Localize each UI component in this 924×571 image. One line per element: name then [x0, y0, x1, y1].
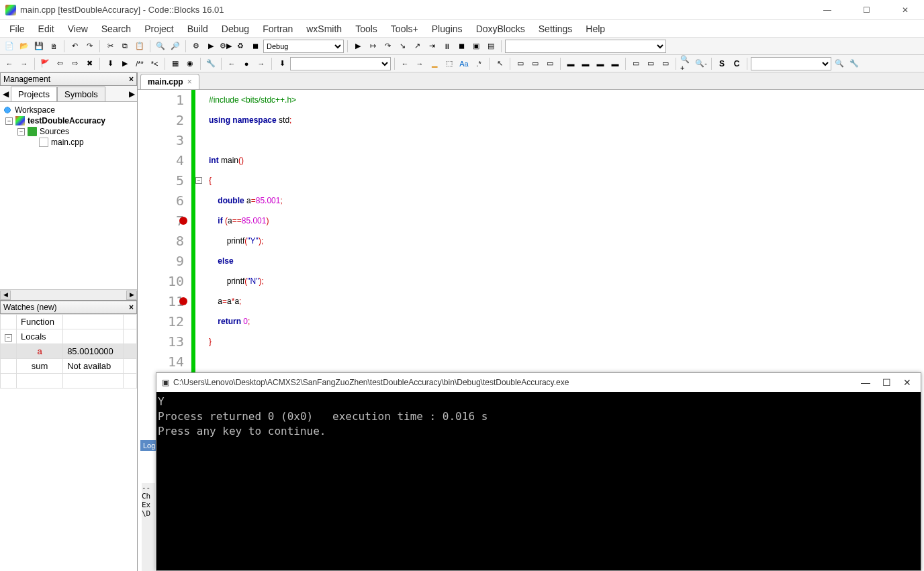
open-file-icon[interactable]: 📂 — [17, 40, 31, 53]
console-min-icon[interactable]: — — [857, 377, 874, 388]
breakpoint-icon[interactable] — [179, 217, 187, 225]
scroll-right-icon[interactable]: ▶ — [126, 291, 137, 300]
line-number[interactable]: 3 — [138, 130, 191, 150]
code-line[interactable]: double a=85.001; — [209, 191, 296, 211]
debugger-combo[interactable] — [505, 40, 666, 53]
line-number[interactable]: 10 — [138, 271, 191, 291]
code-line[interactable]: { — [209, 170, 296, 191]
bookmark-prev-icon[interactable]: ⇦ — [53, 57, 66, 70]
line-number[interactable]: 13 — [138, 331, 191, 352]
step-over-icon[interactable]: ↷ — [381, 40, 394, 53]
arrow-down-icon[interactable]: ⬇ — [275, 57, 289, 70]
menu-plugins[interactable]: Plugins — [425, 21, 469, 36]
save-all-icon[interactable]: 🗎 — [47, 40, 60, 53]
line-number[interactable]: 14 — [138, 352, 191, 372]
comment2-icon[interactable]: *< — [148, 57, 161, 70]
line-number[interactable]: 12 — [138, 311, 191, 331]
breakpoint-icon[interactable] — [179, 297, 187, 305]
code-line[interactable] — [209, 130, 296, 150]
wx10-icon[interactable]: ▭ — [659, 57, 672, 70]
menu-project[interactable]: Project — [138, 21, 181, 36]
wx6-icon[interactable]: ▬ — [594, 57, 607, 70]
highlight-icon[interactable]: ▁ — [428, 57, 441, 70]
debug-window-icon[interactable]: ▣ — [469, 40, 483, 53]
wx2-icon[interactable]: ▭ — [528, 57, 542, 70]
step-into-icon[interactable]: ↘ — [396, 40, 409, 53]
tab-symbols[interactable]: Symbols — [57, 87, 105, 101]
nav-l-icon[interactable]: ← — [398, 57, 412, 70]
code-line[interactable]: return 0; — [209, 311, 296, 331]
menu-build[interactable]: Build — [181, 21, 215, 36]
copy-icon[interactable]: ⧉ — [118, 40, 132, 53]
search-combo[interactable] — [751, 57, 831, 70]
maximize-button[interactable]: ☐ — [853, 3, 880, 17]
code-line[interactable]: #include <bits/stdc++.h> — [209, 90, 296, 110]
nav-back-icon[interactable]: ← — [225, 57, 238, 70]
wx8-icon[interactable]: ▭ — [629, 57, 643, 70]
line-number[interactable]: 6 — [138, 191, 191, 211]
s-icon[interactable]: S — [715, 57, 729, 70]
aa-icon[interactable]: Aa — [457, 57, 471, 70]
management-close-icon[interactable]: × — [129, 74, 134, 84]
tool1-icon[interactable]: ▦ — [169, 57, 182, 70]
sources-label[interactable]: Sources — [40, 127, 69, 136]
tab-projects[interactable]: Projects — [11, 87, 57, 101]
jump-combo[interactable] — [290, 57, 391, 70]
tree-scrollbar[interactable]: ◀ ▶ — [0, 289, 137, 300]
save-icon[interactable]: 💾 — [32, 40, 46, 53]
abort-icon[interactable]: ◼ — [248, 40, 262, 53]
line-number[interactable]: 5 — [138, 170, 191, 191]
menu-debug[interactable]: Debug — [215, 21, 256, 36]
menu-settings[interactable]: Settings — [532, 21, 580, 36]
wx3-icon[interactable]: ▭ — [543, 57, 557, 70]
build-run-icon[interactable]: ⚙▶ — [219, 40, 232, 53]
code-line[interactable]: a=a*a; — [209, 291, 296, 311]
line-number[interactable]: 7 — [138, 211, 191, 231]
wx7-icon[interactable]: ▬ — [608, 57, 622, 70]
new-file-icon[interactable]: 📄 — [3, 40, 16, 53]
watches-table[interactable]: Function −Locals a85.0010000 sumNot avai… — [0, 314, 137, 571]
build-icon[interactable]: ⚙ — [189, 40, 203, 53]
tab-nav-right-icon[interactable]: ▶ — [126, 89, 137, 99]
console-close-icon[interactable]: ✕ — [899, 377, 915, 388]
code-line[interactable]: printf("Y"); — [209, 231, 296, 251]
info-icon[interactable]: ▤ — [484, 40, 498, 53]
compile-file-icon[interactable]: ⬇ — [103, 57, 117, 70]
wx5-icon[interactable]: ▬ — [579, 57, 592, 70]
undo-icon[interactable]: ↶ — [68, 40, 81, 53]
menu-edit[interactable]: Edit — [32, 21, 61, 36]
back-icon[interactable]: ← — [3, 57, 16, 70]
debug-continue-icon[interactable]: ↦ — [366, 40, 379, 53]
file-tab-main[interactable]: main.cpp × — [140, 74, 199, 89]
line-number[interactable]: 9 — [138, 251, 191, 271]
wx4-icon[interactable]: ▬ — [564, 57, 578, 70]
code-line[interactable]: using namespace std; — [209, 110, 296, 130]
next-instr-icon[interactable]: ⇥ — [425, 40, 438, 53]
run-file-icon[interactable]: ▶ — [118, 57, 132, 70]
wx1-icon[interactable]: ▭ — [514, 57, 527, 70]
expand-locals-icon[interactable]: − — [5, 334, 12, 342]
line-number[interactable]: 1 — [138, 90, 191, 110]
menu-wxsmith[interactable]: wxSmith — [299, 21, 349, 36]
settings-icon[interactable]: 🔧 — [847, 57, 861, 70]
minimize-button[interactable]: — — [814, 3, 841, 17]
menu-tools[interactable]: Tools — [349, 21, 384, 36]
comment-icon[interactable]: /** — [133, 57, 146, 70]
fold-icon[interactable]: − — [195, 177, 202, 184]
step-out-icon[interactable]: ↗ — [410, 40, 424, 53]
line-number[interactable]: 2 — [138, 110, 191, 130]
scroll-left-icon[interactable]: ◀ — [0, 291, 11, 300]
menu-file[interactable]: File — [3, 21, 32, 36]
project-label[interactable]: testDoubleAccuracy — [28, 116, 105, 125]
wx9-icon[interactable]: ▭ — [644, 57, 657, 70]
code-line[interactable]: } — [209, 331, 296, 352]
watches-close-icon[interactable]: × — [129, 303, 134, 312]
replace-icon[interactable]: 🔎 — [169, 40, 182, 53]
c-icon[interactable]: C — [730, 57, 743, 70]
paste-icon[interactable]: 📋 — [133, 40, 146, 53]
rebuild-icon[interactable]: ♻ — [234, 40, 247, 53]
nav-fwd-icon[interactable]: → — [255, 57, 268, 70]
bookmark-clear-icon[interactable]: ✖ — [83, 57, 96, 70]
cut-icon[interactable]: ✂ — [103, 40, 117, 53]
expand-project-icon[interactable]: − — [5, 117, 13, 125]
